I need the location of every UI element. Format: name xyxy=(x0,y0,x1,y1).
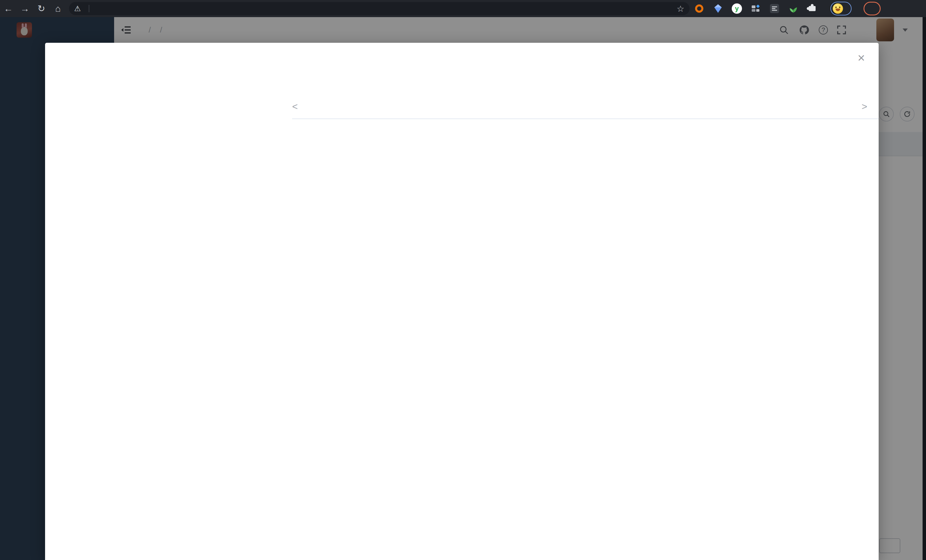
extension-badge xyxy=(704,15,707,16)
extension-leaf-icon[interactable] xyxy=(788,3,799,14)
profile-emoji-avatar xyxy=(833,3,843,14)
divider xyxy=(89,5,89,12)
update-button[interactable] xyxy=(864,2,881,15)
window-edge-strip xyxy=(923,17,926,560)
url-bar[interactable]: ⚠ ☆ xyxy=(69,2,690,15)
file-tabs-bar: < > xyxy=(292,94,879,120)
extension-y-icon[interactable]: y xyxy=(731,3,743,14)
extension-on-badge xyxy=(780,15,783,17)
bookmark-star-icon[interactable]: ☆ xyxy=(677,4,684,14)
back-icon[interactable]: ← xyxy=(0,3,17,14)
forward-icon[interactable]: → xyxy=(17,3,33,14)
file-tree xyxy=(45,90,295,560)
reload-icon[interactable]: ↻ xyxy=(33,3,50,14)
warning-icon: ⚠ xyxy=(74,4,81,13)
extensions-puzzle-icon[interactable] xyxy=(806,3,818,14)
extension-on-icon[interactable] xyxy=(769,3,780,14)
code-preview-dialog: × < > xyxy=(45,43,879,560)
extension-grid-icon[interactable] xyxy=(750,3,761,14)
extension-gem-icon[interactable] xyxy=(712,3,724,14)
tabs-scroll-left-icon[interactable]: < xyxy=(292,101,298,112)
close-icon[interactable]: × xyxy=(858,51,865,65)
extensions-row: y xyxy=(693,2,881,15)
profile-paused-badge[interactable] xyxy=(831,2,852,15)
tabs-scroll-right-icon[interactable]: > xyxy=(861,101,867,112)
extension-orange-icon[interactable] xyxy=(693,3,705,14)
home-icon[interactable]: ⌂ xyxy=(50,3,66,14)
browser-chrome: ← → ↻ ⌂ ⚠ ☆ y xyxy=(0,0,926,17)
